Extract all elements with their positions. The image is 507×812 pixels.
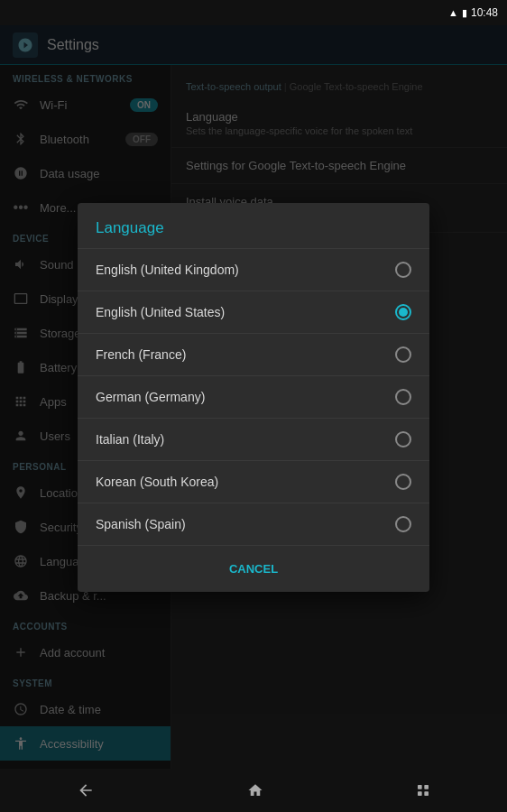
svg-rect-0 xyxy=(418,785,422,789)
language-label-it-it: Italian (Italy) xyxy=(96,432,164,447)
status-time: 10:48 xyxy=(471,6,498,19)
modal-overlay[interactable]: Language English (United Kingdom) Englis… xyxy=(0,25,507,769)
recents-button[interactable] xyxy=(398,776,448,805)
svg-rect-2 xyxy=(418,791,422,796)
language-label-en-gb: English (United Kingdom) xyxy=(96,263,239,277)
back-icon xyxy=(77,781,95,799)
radio-inner-en-us xyxy=(399,308,408,317)
status-icons: ▲ ▮ 10:48 xyxy=(448,6,498,19)
home-icon xyxy=(247,782,263,798)
radio-ko-kr[interactable] xyxy=(395,474,411,490)
home-button[interactable] xyxy=(229,775,281,806)
modal-actions: Cancel xyxy=(78,546,429,592)
language-option-it-it[interactable]: Italian (Italy) xyxy=(78,419,429,461)
radio-fr-fr[interactable] xyxy=(395,346,411,363)
radio-en-gb[interactable] xyxy=(395,262,411,278)
nav-bar xyxy=(0,769,507,812)
modal-list: English (United Kingdom) English (United… xyxy=(78,249,429,546)
language-option-ko-kr[interactable]: Korean (South Korea) xyxy=(78,461,429,503)
battery-status-icon: ▮ xyxy=(462,7,467,19)
radio-it-it[interactable] xyxy=(395,431,411,448)
language-label-de-de: German (Germany) xyxy=(96,390,205,404)
language-label-fr-fr: French (France) xyxy=(96,347,186,362)
modal-title: Language xyxy=(78,203,429,249)
language-option-fr-fr[interactable]: French (France) xyxy=(78,334,429,376)
language-option-en-gb[interactable]: English (United Kingdom) xyxy=(78,249,429,291)
status-bar: ▲ ▮ 10:48 xyxy=(0,0,507,25)
language-label-ko-kr: Korean (South Korea) xyxy=(96,475,218,489)
wifi-status-icon: ▲ xyxy=(448,7,458,18)
radio-es-es[interactable] xyxy=(395,516,411,532)
recents-icon xyxy=(416,783,430,798)
language-option-en-us[interactable]: English (United States) xyxy=(78,291,429,334)
svg-rect-1 xyxy=(425,785,429,789)
back-button[interactable] xyxy=(59,774,113,807)
language-option-es-es[interactable]: Spanish (Spain) xyxy=(78,503,429,546)
svg-rect-3 xyxy=(425,791,429,796)
radio-de-de[interactable] xyxy=(395,389,411,405)
cancel-button[interactable]: Cancel xyxy=(211,557,296,581)
language-modal: Language English (United Kingdom) Englis… xyxy=(78,203,429,592)
language-option-de-de[interactable]: German (Germany) xyxy=(78,376,429,419)
radio-en-us[interactable] xyxy=(395,304,411,320)
language-label-en-us: English (United States) xyxy=(96,305,225,319)
language-label-es-es: Spanish (Spain) xyxy=(96,517,186,531)
